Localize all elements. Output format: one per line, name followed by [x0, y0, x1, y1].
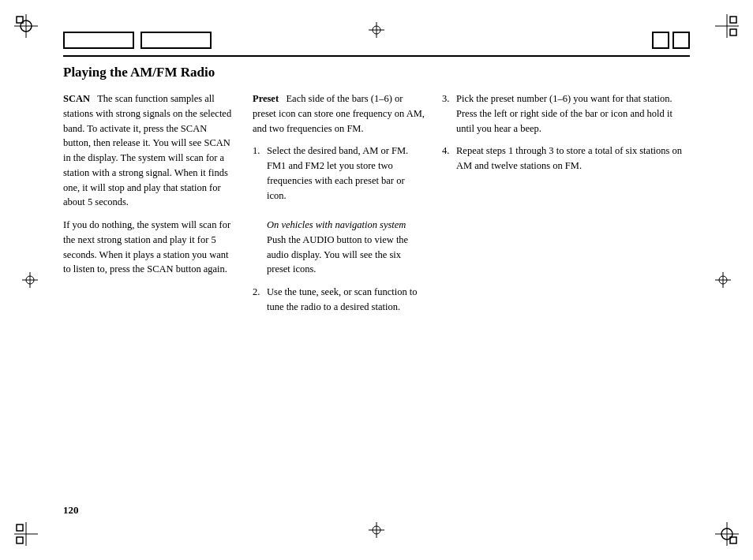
preset-list: 1. Select the desired band, AM or FM. FM… — [253, 144, 426, 314]
header-box-2 — [672, 32, 690, 49]
preset-column: Preset Each side of the bars (1–6) or pr… — [253, 91, 426, 323]
item1-italic-cont: Push the AUDIO button to view the audio … — [267, 234, 408, 275]
step-3: 3. Pick the preset number (1–6) you want… — [442, 91, 690, 136]
item1-text: Select the desired band, AM or FM. FM1 a… — [267, 145, 408, 200]
step-4: 4. Repeat steps 1 through 3 to store a t… — [442, 144, 690, 174]
page-number: 120 — [63, 504, 79, 517]
page-container: Playing the AM/FM Radio SCAN The scan fu… — [0, 0, 753, 560]
page-title: Playing the AM/FM Radio — [63, 65, 690, 80]
header-box-1 — [652, 32, 669, 49]
scan-text-1: The scan function samples all stations w… — [63, 93, 231, 207]
scan-label: SCAN — [63, 93, 90, 104]
scan-paragraph-2: If you do nothing, the system will scan … — [63, 218, 237, 277]
item1-num: 1. — [253, 144, 264, 277]
section-divider — [63, 55, 690, 57]
item1-italic: On vehicles with navigation system — [267, 219, 406, 230]
scan-column: SCAN The scan function samples all stati… — [63, 91, 237, 285]
header-boxes — [652, 32, 690, 49]
header-tabs — [63, 32, 212, 49]
header-tab-2 — [140, 32, 212, 49]
content-columns: SCAN The scan function samples all stati… — [63, 91, 690, 323]
preset-list-item-1: 1. Select the desired band, AM or FM. FM… — [253, 144, 426, 277]
steps-list: 3. Pick the preset number (1–6) you want… — [442, 91, 690, 174]
scan-paragraph-1: SCAN The scan function samples all stati… — [63, 91, 237, 210]
item2-num: 2. — [253, 285, 264, 315]
step4-text: Repeat steps 1 through 3 to store a tota… — [456, 144, 690, 174]
step3-num: 3. — [442, 91, 453, 136]
step4-num: 4. — [442, 144, 453, 174]
steps-column: 3. Pick the preset number (1–6) you want… — [442, 91, 690, 181]
preset-intro: Preset Each side of the bars (1–6) or pr… — [253, 91, 426, 136]
preset-list-item-2: 2. Use the tune, seek, or scan function … — [253, 285, 426, 315]
preset-label: Preset — [253, 93, 279, 104]
header-tab-1 — [63, 32, 134, 49]
preset-intro-text: Each side of the bars (1–6) or preset ic… — [253, 93, 425, 134]
item2-text: Use the tune, seek, or scan function to … — [267, 285, 426, 315]
item1-content: Select the desired band, AM or FM. FM1 a… — [267, 144, 426, 277]
header-area — [63, 32, 690, 49]
step3-text: Pick the preset number (1–6) you want fo… — [456, 91, 690, 136]
